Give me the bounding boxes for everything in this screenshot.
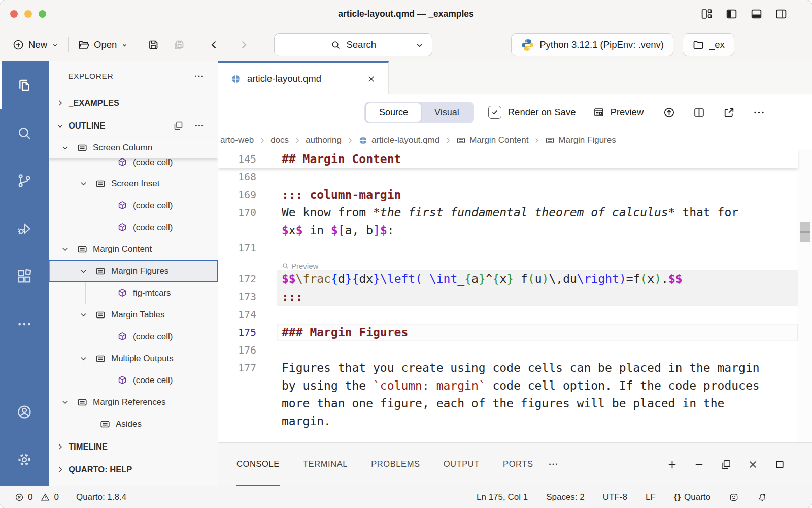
code-lens-preview[interactable]: Preview [282,262,318,270]
language-mode-indicator[interactable]: {} Quarto [674,492,710,502]
outline-item-code-cell[interactable]: (code cell) [49,195,218,216]
toggle-primary-sidebar-icon[interactable] [725,8,738,20]
encoding-indicator[interactable]: UTF-8 [603,492,627,502]
code-line-wrap[interactable]: by using the `column: margin` code cell … [218,377,798,395]
panel-more-tabs-icon[interactable] [548,459,559,470]
outline-item-margin-tables[interactable]: Margin Tables [49,304,218,326]
indentation-indicator[interactable]: Spaces: 2 [546,492,585,502]
code-line-wrap[interactable]: $x$ in $[a, b]$: [218,221,798,239]
explorer-more-actions-icon[interactable] [193,71,205,82]
code-line-173[interactable]: 173::: [218,288,798,306]
notifications-bell-icon[interactable] [757,492,767,502]
panel-tab-ports[interactable]: PORTS [503,443,533,486]
code-line-176[interactable]: 176 [218,341,798,359]
customize-layout-icon[interactable] [700,8,713,20]
breadcrumb-item-margin-content[interactable]: Margin Content [456,135,528,145]
code-line-145[interactable]: 145## Margin Content [218,150,798,168]
outline-item-multiple-outputs[interactable]: Multiple Outputs [49,347,218,369]
outline-item-margin-figures[interactable]: Margin Figures [49,260,218,282]
zoom-window-button[interactable] [39,10,46,18]
outline-item-code-cell[interactable]: (code cell) [49,369,218,391]
activity-explorer-icon[interactable] [0,61,49,109]
eol-indicator[interactable]: LF [646,492,656,502]
source-mode-button[interactable]: Source [366,103,421,122]
python-interpreter-selector[interactable]: Python 3.12.1 (PipEnv: .venv) [511,33,673,56]
new-terminal-icon[interactable] [666,459,678,470]
maximize-panel-icon[interactable] [774,459,786,470]
new-file-button[interactable]: New [12,39,59,51]
close-tab-icon[interactable] [366,74,376,84]
outline-item-code-cell[interactable]: (code cell) [49,216,218,238]
sidebar-section-timeline[interactable]: TIMELINE [49,435,218,458]
editor-more-actions-icon[interactable] [753,106,765,119]
breadcrumb-item-docs[interactable]: docs [270,135,289,145]
panel-tab-output[interactable]: OUTPUT [444,443,480,486]
outline-item-asides[interactable]: Asides [49,413,218,435]
search-input[interactable]: Search [274,33,432,56]
outline-more-actions-icon[interactable] [194,120,205,131]
outline-item-code-cell[interactable]: (code cell) [49,158,218,173]
tab-article-layout[interactable]: article-layout.qmd [218,61,389,94]
activity-extensions-icon[interactable] [0,252,49,300]
panel-tab-problems[interactable]: PROBLEMS [371,443,420,486]
code-editor[interactable]: 145## Margin Content168169::: column-mar… [218,150,812,442]
outline-item-margin-content[interactable]: Margin Content [49,238,218,260]
code-line-174[interactable]: 174 [218,306,798,324]
open-file-button[interactable]: Open [78,39,128,51]
activity-account-icon[interactable] [0,388,49,436]
code-line-wrap[interactable]: margin. [218,412,798,430]
feedback-smiley-icon[interactable] [729,492,739,502]
toggle-panel-icon[interactable] [750,8,763,20]
scrollbar-thumb[interactable] [800,222,810,242]
split-editor-icon[interactable] [693,106,705,119]
code-line-wrap[interactable]: more than one figure, each of the figure… [218,395,798,412]
quarto-version-indicator[interactable]: Quarto: 1.8.4 [76,492,126,502]
render-on-save-toggle[interactable]: Render on Save [488,106,576,119]
outline-item-screen-inset[interactable]: Screen Inset [49,173,218,195]
cursor-position-indicator[interactable]: Ln 175, Col 1 [477,492,528,502]
outline-item-margin-references[interactable]: Margin References [49,391,218,413]
code-line-168[interactable]: 168 [218,168,798,186]
outline-item-code-cell[interactable]: (code cell) [49,326,218,347]
breadcrumb-item-arto-web[interactable]: arto-web [220,135,254,145]
sidebar-section-examples[interactable]: _EXAMPLES [49,91,218,114]
navigate-forward-button[interactable] [238,39,250,51]
problems-indicator[interactable]: 0 0 [14,492,59,502]
sidebar-section-outline[interactable]: OUTLINE [49,114,218,137]
breadcrumb-item-margin-figures[interactable]: Margin Figures [545,135,616,145]
activity-settings-icon[interactable] [0,436,49,484]
code-lens-row[interactable]: Preview [218,257,798,270]
outline-item-screen-column[interactable]: Screen Column [49,137,218,158]
sidebar-section-quarto-help[interactable]: QUARTO: HELP [49,458,218,481]
activity-run-debug-icon[interactable] [0,205,49,252]
preview-button[interactable]: Preview [593,106,644,118]
outline-item-fig-mtcars[interactable]: fig-mtcars [49,282,218,304]
save-all-button[interactable] [173,39,185,51]
render-publish-icon[interactable] [663,106,675,119]
minimize-panel-icon[interactable] [693,459,705,470]
minimize-window-button[interactable] [24,10,32,18]
code-line-172[interactable]: 172$$\frac{d}{dx}\left( \int_{a}^{x} f(u… [218,270,798,288]
save-button[interactable] [147,39,159,51]
visual-mode-button[interactable]: Visual [421,103,472,122]
activity-search-icon[interactable] [0,109,49,157]
code-line-170[interactable]: 170We know from *the first fundamental t… [218,204,798,221]
split-panel-icon[interactable] [720,459,732,470]
code-line-175[interactable]: 175### Margin Figures [218,324,798,341]
code-line-177[interactable]: 177Figures that you create using code ce… [218,359,798,377]
close-window-button[interactable] [10,10,18,18]
collapse-all-icon[interactable] [173,120,184,131]
activity-more-icon[interactable] [0,300,49,348]
breadcrumb-item-article-layout-qmd[interactable]: article-layout.qmd [358,135,439,145]
breadcrumb-item-authoring[interactable]: authoring [306,135,342,145]
open-external-icon[interactable] [723,106,735,119]
code-line-171[interactable]: 171 [218,239,798,257]
toggle-secondary-sidebar-icon[interactable] [775,8,788,20]
panel-tab-terminal[interactable]: TERMINAL [303,443,348,486]
panel-tab-console[interactable]: CONSOLE [236,443,280,486]
close-panel-icon[interactable] [747,459,759,470]
code-line-169[interactable]: 169::: column-margin [218,186,798,204]
workspace-selector[interactable]: _ex [683,33,734,56]
navigate-back-button[interactable] [208,39,220,51]
activity-source-control-icon[interactable] [0,157,49,205]
